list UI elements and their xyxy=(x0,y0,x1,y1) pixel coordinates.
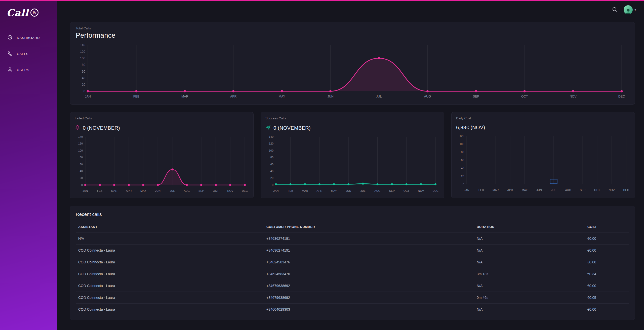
svg-text:SEP: SEP xyxy=(389,189,395,192)
bell-icon xyxy=(75,125,80,131)
performance-card: Total Calls Performance JANFEBMARAPRMAYJ… xyxy=(70,22,635,105)
table-cell: COD Coinnecta - Laura xyxy=(76,304,264,315)
svg-text:OCT: OCT xyxy=(594,188,600,192)
svg-text:OCT: OCT xyxy=(521,95,528,98)
sidebar: Call IA DASHBOARD CALLS xyxy=(0,1,57,330)
svg-text:120: 120 xyxy=(78,142,83,145)
svg-text:60: 60 xyxy=(461,159,464,162)
svg-text:40: 40 xyxy=(82,76,85,80)
logo-badge: IA xyxy=(30,9,38,17)
svg-text:JUL: JUL xyxy=(360,189,366,192)
table-cell: €0.05 xyxy=(585,292,629,304)
svg-text:JAN: JAN xyxy=(83,189,88,192)
logo-text: Call xyxy=(7,8,29,18)
failed-calls-value: 0 (NOVEMBER) xyxy=(83,125,120,131)
svg-text:20: 20 xyxy=(461,175,464,178)
svg-text:JUL: JUL xyxy=(376,95,382,98)
table-cell: N/A xyxy=(474,256,585,268)
success-calls-chart: JANFEBMARAPRMAYJUNJULAUGSEPOCTNOVDEC0204… xyxy=(265,134,439,194)
table-header-cell: CUSTOMER PHONE NUMBER xyxy=(264,221,474,233)
table-row[interactable]: COD Coinnecta - Laura+34636274191N/A€0.0… xyxy=(76,245,629,256)
svg-text:JUN: JUN xyxy=(346,189,351,192)
table-cell: €0.00 xyxy=(585,233,629,245)
content: Total Calls Performance JANFEBMARAPRMAYJ… xyxy=(57,19,644,320)
daily-cost-eyebrow: Daily Cost xyxy=(456,116,630,120)
table-cell: 3m 13s xyxy=(474,268,585,280)
svg-text:MAY: MAY xyxy=(279,95,286,98)
svg-text:120: 120 xyxy=(269,142,273,145)
performance-eyebrow: Total Calls xyxy=(76,26,629,30)
search-button[interactable] xyxy=(612,6,618,14)
table-cell: 0m 46s xyxy=(474,292,585,304)
success-calls-eyebrow: Success Calls xyxy=(265,116,439,120)
performance-chart: JANFEBMARAPRMAYJUNJULAUGSEPOCTNOVDEC0204… xyxy=(76,41,629,100)
sidebar-nav: DASHBOARD CALLS USERS xyxy=(0,30,57,78)
failed-calls-eyebrow: Failed Calls xyxy=(75,116,249,120)
table-cell: €0.00 xyxy=(585,304,629,315)
sidebar-item-calls[interactable]: CALLS xyxy=(0,46,57,62)
svg-text:0: 0 xyxy=(463,183,464,186)
svg-text:DEC: DEC xyxy=(432,189,438,192)
svg-text:APR: APR xyxy=(230,95,237,98)
table-cell: +34679638692 xyxy=(264,292,474,304)
table-row[interactable]: N/A+34636274191N/A€0.00 xyxy=(76,233,629,245)
svg-text:NOV: NOV xyxy=(609,188,615,192)
svg-text:AUG: AUG xyxy=(565,188,571,192)
svg-text:0: 0 xyxy=(84,89,85,93)
svg-text:140: 140 xyxy=(78,135,83,138)
svg-text:MAR: MAR xyxy=(493,188,499,192)
sidebar-item-label: USERS xyxy=(17,68,29,72)
svg-text:APR: APR xyxy=(126,189,132,192)
svg-text:80: 80 xyxy=(82,63,85,67)
svg-text:SEP: SEP xyxy=(580,188,585,192)
svg-text:FEB: FEB xyxy=(133,95,139,98)
svg-text:80: 80 xyxy=(270,156,273,159)
svg-text:JAN: JAN xyxy=(85,95,91,98)
svg-text:JUN: JUN xyxy=(327,95,333,98)
caret-down-icon: ▾ xyxy=(634,8,636,12)
svg-text:AUG: AUG xyxy=(424,95,431,98)
logo[interactable]: Call IA xyxy=(0,8,57,18)
svg-text:OCT: OCT xyxy=(213,189,219,192)
table-cell: COD Coinnecta - Laura xyxy=(76,280,264,292)
sidebar-item-dashboard[interactable]: DASHBOARD xyxy=(0,30,57,46)
table-row[interactable]: COD Coinnecta - Laura+346796386920m 46s€… xyxy=(76,292,629,304)
success-calls-card: Success Calls 0 (NOVEMBER) JANFEBMARAPRM… xyxy=(261,112,444,198)
svg-text:JUL: JUL xyxy=(551,188,556,192)
svg-text:0: 0 xyxy=(81,183,83,186)
recent-calls-table: ASSISTANTCUSTOMER PHONE NUMBERDURATIONCO… xyxy=(76,221,629,315)
daily-cost-value: 6,88€ (NOV) xyxy=(456,125,485,130)
svg-text:FEB: FEB xyxy=(478,188,484,192)
sidebar-item-users[interactable]: USERS xyxy=(0,62,57,78)
table-row[interactable]: COD Coinnecta - Laura+346245834763m 13s€… xyxy=(76,268,629,280)
svg-text:APR: APR xyxy=(317,189,323,192)
user-menu-button[interactable]: ▾ xyxy=(624,5,636,14)
svg-text:60: 60 xyxy=(80,163,83,166)
table-cell: €0.00 xyxy=(585,280,629,292)
svg-text:MAY: MAY xyxy=(331,189,337,192)
svg-text:SEP: SEP xyxy=(473,95,479,98)
table-row[interactable]: COD Coinnecta - Laura+34604029303N/A€0.0… xyxy=(76,304,629,315)
sidebar-item-label: CALLS xyxy=(17,52,28,56)
svg-text:JUN: JUN xyxy=(536,188,542,192)
svg-text:20: 20 xyxy=(82,83,85,86)
svg-text:140: 140 xyxy=(80,43,85,47)
table-row[interactable]: COD Coinnecta - Laura+34679638692N/A€0.0… xyxy=(76,280,629,292)
search-icon xyxy=(612,6,618,14)
svg-text:DEC: DEC xyxy=(618,95,625,98)
table-header-cell: DURATION xyxy=(474,221,585,233)
main-area: ▾ Total Calls Performance JANFEBMARAPRMA… xyxy=(57,1,644,330)
table-cell: €0.00 xyxy=(585,256,629,268)
table-cell: N/A xyxy=(76,233,264,245)
success-calls-value: 0 (NOVEMBER) xyxy=(273,125,311,131)
recent-calls-card: Recent calls ASSISTANTCUSTOMER PHONE NUM… xyxy=(70,206,635,320)
table-header-cell: ASSISTANT xyxy=(76,221,264,233)
table-row[interactable]: COD Coinnecta - Laura+34624583476N/A€0.0… xyxy=(76,256,629,268)
svg-text:20: 20 xyxy=(80,176,83,179)
phone-icon xyxy=(7,51,13,57)
sidebar-item-label: DASHBOARD xyxy=(17,36,40,40)
table-cell: +34636274191 xyxy=(264,245,474,256)
failed-calls-chart: JANFEBMARAPRMAYJUNJULAUGSEPOCTNOVDEC0204… xyxy=(75,134,249,194)
table-cell: +34624583476 xyxy=(264,256,474,268)
table-cell: €0.34 xyxy=(585,268,629,280)
